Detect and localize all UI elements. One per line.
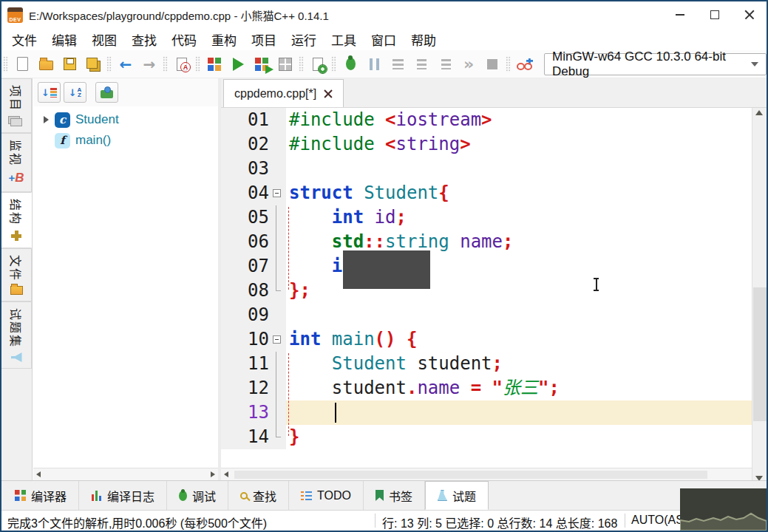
compile-button[interactable] — [203, 53, 225, 75]
save-button[interactable] — [58, 53, 81, 75]
vscrollbar-thumb[interactable] — [753, 287, 767, 421]
bottom-tab-problem[interactable]: 试题 — [425, 481, 489, 510]
bottom-tab-bookmark[interactable]: 书签 — [364, 481, 425, 510]
expand-arrow-icon[interactable] — [44, 116, 49, 123]
fold-marker — [272, 376, 281, 400]
menu-item-工具[interactable]: 工具 — [324, 27, 364, 52]
structure-tree: cStudentfmain() — [33, 106, 218, 151]
sort-by-type-icon — [41, 87, 57, 98]
code-line-02[interactable]: 02#include <string> — [221, 132, 752, 157]
code-line-11[interactable]: 11 Student student; — [221, 352, 752, 376]
menu-item-运行[interactable]: 运行 — [284, 27, 324, 52]
code-text: Student student; — [286, 352, 503, 376]
maximize-button[interactable] — [697, 1, 732, 28]
code-line-08[interactable]: 08}; — [221, 279, 752, 303]
code-line-09[interactable]: 09 — [221, 303, 752, 327]
code-text: #include <string> — [286, 132, 471, 157]
sort-by-type-button[interactable] — [38, 82, 61, 103]
bottom-tab-todo[interactable]: TODO — [289, 481, 364, 510]
code-line-05[interactable]: 05 int id; — [221, 205, 752, 230]
code-line-04[interactable]: 04struct Student{ — [221, 181, 752, 205]
run-button[interactable] — [227, 53, 249, 75]
editor-tab[interactable]: cppdemo.cpp[*] — [223, 79, 344, 107]
main-area: 项目监视结构文件试题集 cStudentfmain() cppdemo.cpp[… — [1, 78, 767, 480]
structure-panel-hscrollbar[interactable] — [33, 468, 218, 480]
menu-item-编辑[interactable]: 编辑 — [44, 27, 84, 52]
code-line-01[interactable]: 01#include <iostream> — [221, 108, 752, 132]
sidebar-tab-projects[interactable]: 项目 — [1, 78, 32, 133]
sidebar-tab-structure[interactable]: 结构 — [1, 192, 32, 248]
tab-close-icon[interactable] — [324, 89, 333, 98]
editor-hscrollbar[interactable] — [221, 468, 752, 480]
compile-run-button[interactable] — [251, 53, 273, 75]
editor-tabbar: cppdemo.cpp[*] — [221, 78, 767, 108]
find-in-files-button[interactable] — [171, 53, 193, 75]
add-watch-button[interactable] — [514, 53, 536, 75]
program-options-button[interactable] — [307, 53, 329, 75]
fold-marker[interactable] — [272, 181, 281, 205]
toolbar-buttons — [1, 50, 537, 78]
tree-item-main()[interactable]: fmain() — [33, 130, 218, 151]
code-line-14[interactable]: 14} — [221, 425, 752, 449]
open-file-button[interactable] — [35, 53, 57, 75]
bottom-tab-debug[interactable]: 调试 — [167, 481, 228, 510]
step-into-button[interactable] — [410, 53, 432, 75]
menu-item-帮助[interactable]: 帮助 — [404, 27, 444, 52]
status-parse-info: 完成3个文件的解析,用时0.006秒 (每秒500个文件) — [7, 514, 267, 531]
pause-button[interactable] — [363, 53, 385, 75]
code-text: student.name = "张三"; — [286, 376, 560, 400]
tree-item-Student[interactable]: cStudent — [33, 109, 218, 130]
menu-item-文件[interactable]: 文件 — [4, 27, 44, 52]
toolbar-grip — [506, 56, 511, 72]
code-line-06[interactable]: 06 std::string name; — [221, 230, 752, 254]
code-text: i — [286, 254, 342, 279]
show-inherited-button[interactable] — [95, 82, 118, 103]
run-to-cursor-button[interactable] — [458, 53, 480, 75]
code-line-07[interactable]: 07 i — [221, 254, 752, 279]
sort-alphabetically-button[interactable] — [64, 82, 86, 103]
sort-alphabetically-icon — [69, 87, 82, 98]
menu-item-重构[interactable]: 重构 — [204, 27, 244, 52]
editor-vscrollbar[interactable] — [752, 108, 767, 483]
menu-item-视图[interactable]: 视图 — [84, 27, 124, 52]
code-area[interactable]: 01#include <iostream>02#include <string>… — [221, 108, 752, 468]
minimize-button[interactable] — [662, 1, 697, 28]
fold-marker — [272, 352, 281, 376]
tree-item-label: main() — [75, 133, 111, 148]
code-line-03[interactable]: 03 — [221, 157, 752, 181]
stop-button[interactable] — [481, 53, 503, 75]
code-text: int main() { — [286, 327, 417, 352]
todo-icon — [301, 491, 312, 500]
bottom-tab-search[interactable]: 查找 — [228, 481, 289, 510]
sidebar-tab-files[interactable]: 文件 — [1, 248, 32, 301]
save-all-button[interactable] — [82, 53, 104, 75]
fold-marker — [272, 230, 281, 254]
code-line-10[interactable]: 10int main() { — [221, 327, 752, 352]
menu-item-窗口[interactable]: 窗口 — [364, 27, 404, 52]
navigate-back-button[interactable] — [115, 53, 137, 75]
toolbar-grip — [163, 56, 168, 72]
step-out-button[interactable] — [434, 53, 456, 75]
menu-item-代码[interactable]: 代码 — [164, 27, 204, 52]
close-button[interactable] — [732, 1, 767, 28]
toolbar-grip — [299, 56, 304, 72]
menu-item-查找[interactable]: 查找 — [124, 27, 164, 52]
projects-icon — [10, 118, 22, 126]
hscrollbar-thumb[interactable] — [234, 471, 707, 479]
debug-button[interactable] — [339, 53, 361, 75]
bottom-tab-compile-log[interactable]: 编译日志 — [79, 481, 167, 510]
code-line-13[interactable]: 13 — [221, 400, 752, 425]
navigate-forward-button[interactable] — [138, 53, 160, 75]
rebuild-all-button[interactable] — [274, 53, 296, 75]
fold-marker[interactable] — [272, 327, 281, 352]
sidebar-tab-problem-set[interactable]: 试题集 — [1, 301, 32, 369]
new-file-button[interactable] — [11, 53, 33, 75]
scroll-left-icon — [224, 471, 228, 477]
sidebar-tab-watch[interactable]: 监视 — [1, 133, 32, 192]
step-over-button[interactable] — [387, 53, 409, 75]
bottom-tab-compiler[interactable]: 编译器 — [3, 481, 79, 510]
menu-item-项目[interactable]: 项目 — [244, 27, 284, 52]
problem-icon — [438, 490, 447, 501]
compiler-profile-dropdown[interactable]: MinGW-w64 GCC 10.3.0 64-bit Debug — [544, 53, 767, 75]
code-line-12[interactable]: 12 student.name = "张三"; — [221, 376, 752, 400]
